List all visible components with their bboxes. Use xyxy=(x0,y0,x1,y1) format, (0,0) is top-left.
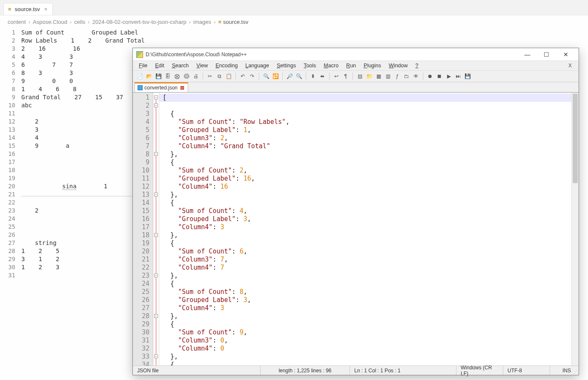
menu-view[interactable]: View xyxy=(193,62,211,69)
menu-file[interactable]: File xyxy=(135,62,151,69)
save-icon[interactable]: 💾 xyxy=(154,72,163,81)
print-icon[interactable]: 🖨 xyxy=(192,72,200,81)
fold-toggle-icon[interactable] xyxy=(154,104,158,107)
file-icon xyxy=(8,6,12,12)
fold-column[interactable] xyxy=(153,93,159,366)
npp-code[interactable]: [ { "Sum of Count": "Row Labels", "Group… xyxy=(159,93,579,366)
fold-toggle-icon[interactable] xyxy=(154,152,158,156)
fold-toggle-icon[interactable] xyxy=(154,233,158,237)
open-file-icon[interactable]: 📂 xyxy=(145,72,153,81)
menubar[interactable]: FileEditSearchViewEncodingLanguageSettin… xyxy=(133,61,579,70)
close-all-icon[interactable]: ⨷ xyxy=(182,72,191,81)
bg-tabbar: source.tsv xyxy=(0,0,588,15)
fold-toggle-icon[interactable] xyxy=(154,273,158,277)
menu-encoding[interactable]: Encoding xyxy=(212,62,241,69)
copy-icon[interactable]: ⧉ xyxy=(215,72,224,81)
bg-tab-source[interactable]: source.tsv xyxy=(3,3,53,15)
folder-icon[interactable]: 📁 xyxy=(365,72,373,81)
indent-guide-icon[interactable]: ▤ xyxy=(356,72,364,81)
cut-icon[interactable]: ✂ xyxy=(206,72,214,81)
replace-icon[interactable]: 🔁 xyxy=(271,72,280,81)
status-encoding[interactable]: UTF-8 xyxy=(503,366,550,375)
menu-search[interactable]: Search xyxy=(169,62,192,69)
doctab-label: converted.json xyxy=(144,85,178,91)
titlebar[interactable]: D:\Github\content\Aspose.Cloud\ Notepad+… xyxy=(133,48,579,61)
folder-view-icon[interactable]: 🗀 xyxy=(402,72,411,81)
crumb[interactable]: images xyxy=(193,19,211,25)
fold-toggle-icon[interactable] xyxy=(154,95,158,99)
crumb[interactable]: content xyxy=(8,19,26,25)
menu-run[interactable]: Run xyxy=(343,62,359,69)
status-length: length : 1,225 lines : 96 xyxy=(261,366,350,375)
breadcrumb[interactable]: content Aspose.Cloud cells 2024-08-02-co… xyxy=(0,15,588,29)
menu-settings[interactable]: Settings xyxy=(273,62,299,69)
save-all-icon[interactable]: 🗄 xyxy=(163,72,172,81)
minimize-button[interactable]: — xyxy=(518,49,537,60)
find-icon[interactable]: 🔍 xyxy=(262,72,270,81)
play-icon[interactable]: ▶ xyxy=(445,72,453,81)
doc-map-icon[interactable]: ▦ xyxy=(374,72,383,81)
menu-?[interactable]: ? xyxy=(412,62,422,69)
file-icon xyxy=(138,85,143,90)
menu-macro[interactable]: Macro xyxy=(320,62,342,69)
undo-icon[interactable]: ↶ xyxy=(238,72,247,81)
close-icon[interactable] xyxy=(43,6,48,12)
npp-editor[interactable]: 1234567891011121314151617181920212223242… xyxy=(133,92,579,366)
fold-toggle-icon[interactable] xyxy=(154,193,158,196)
toolbar[interactable]: 📄 📂 💾 🗄 ⨂ ⨷ 🖨 ✂ ⧉ 📋 ↶ ↷ 🔍 🔁 🔎 🔍 ⬍ ⬌ ↩ ¶ … xyxy=(133,70,579,82)
redo-icon[interactable]: ↷ xyxy=(248,72,256,81)
bg-tab-label: source.tsv xyxy=(15,6,40,12)
close-icon[interactable]: ⊠ xyxy=(180,85,184,91)
sync-h-icon[interactable]: ⬌ xyxy=(318,72,327,81)
menu-language[interactable]: Language xyxy=(242,62,272,69)
statusbar: JSON file length : 1,225 lines : 96 Ln :… xyxy=(133,366,579,375)
resize-grip-icon[interactable]: ⋰ xyxy=(574,369,578,374)
bg-code[interactable]: Sum of CountGrouped LabelRow Labels12Gra… xyxy=(21,29,145,279)
tab-close-x[interactable]: X xyxy=(564,62,576,69)
monitor-icon[interactable]: 👁 xyxy=(412,72,420,81)
record-icon[interactable]: ⏺ xyxy=(426,72,434,81)
menu-window[interactable]: Window xyxy=(385,62,411,69)
npp-line-gutter: 1234567891011121314151617181920212223242… xyxy=(133,93,153,366)
app-icon xyxy=(136,51,143,58)
bg-line-gutter: 1234567891011121314151617181920212223242… xyxy=(4,29,21,279)
crumb[interactable]: 2024-08-02-convert-tsv-to-json-csharp xyxy=(92,19,186,25)
document-tabs[interactable]: converted.json ⊠ xyxy=(133,82,579,92)
play-multi-icon[interactable]: ⏭ xyxy=(454,72,462,81)
close-button[interactable]: ✕ xyxy=(556,49,575,60)
menu-edit[interactable]: Edit xyxy=(152,62,168,69)
stop-icon[interactable]: ⏹ xyxy=(435,72,444,81)
wrap-icon[interactable]: ↩ xyxy=(332,72,341,81)
paste-icon[interactable]: 📋 xyxy=(224,72,233,81)
fold-toggle-icon[interactable] xyxy=(154,354,158,358)
menu-tools[interactable]: Tools xyxy=(300,62,319,69)
all-chars-icon[interactable]: ¶ xyxy=(341,72,350,81)
menu-plugins[interactable]: Plugins xyxy=(360,62,384,69)
status-eol[interactable]: Windows (CR LF) xyxy=(456,366,503,375)
doc-list-icon[interactable]: ▥ xyxy=(384,72,392,81)
func-list-icon[interactable]: ƒ xyxy=(393,72,402,81)
notepadpp-window: D:\Github\content\Aspose.Cloud\ Notepad+… xyxy=(132,48,579,375)
crumb-current: source.tsv xyxy=(218,19,248,25)
crumb[interactable]: cells xyxy=(74,19,85,25)
new-file-icon[interactable]: 📄 xyxy=(135,72,144,81)
doctab-converted-json[interactable]: converted.json ⊠ xyxy=(135,83,188,92)
scrollbar-thumb[interactable] xyxy=(573,94,578,183)
zoom-out-icon[interactable]: 🔍 xyxy=(295,72,303,81)
maximize-button[interactable]: ☐ xyxy=(537,49,556,60)
vertical-scrollbar[interactable] xyxy=(571,93,579,366)
status-position: Ln : 1 Col : 1 Pos : 1 xyxy=(350,366,456,375)
close-file-icon[interactable]: ⨂ xyxy=(173,72,181,81)
fold-toggle-icon[interactable] xyxy=(154,314,158,318)
save-macro-icon[interactable]: 💾 xyxy=(463,72,472,81)
zoom-in-icon[interactable]: 🔎 xyxy=(285,72,294,81)
sync-v-icon[interactable]: ⬍ xyxy=(309,72,317,81)
window-title: D:\Github\content\Aspose.Cloud\ Notepad+… xyxy=(146,52,518,58)
crumb[interactable]: Aspose.Cloud xyxy=(33,19,67,25)
status-filetype: JSON file xyxy=(133,366,261,375)
